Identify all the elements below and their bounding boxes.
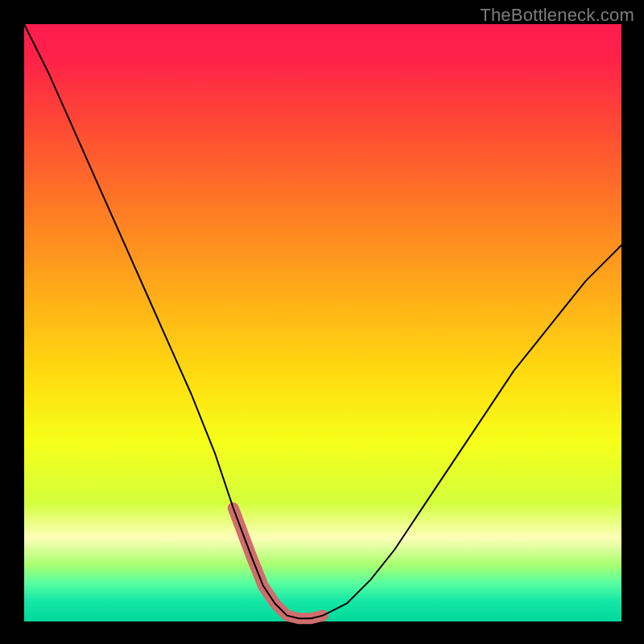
plot-background bbox=[24, 24, 621, 621]
chart-stage: TheBottleneck.com bbox=[0, 0, 644, 644]
bottleneck-chart bbox=[0, 0, 644, 644]
watermark-text: TheBottleneck.com bbox=[480, 5, 634, 26]
